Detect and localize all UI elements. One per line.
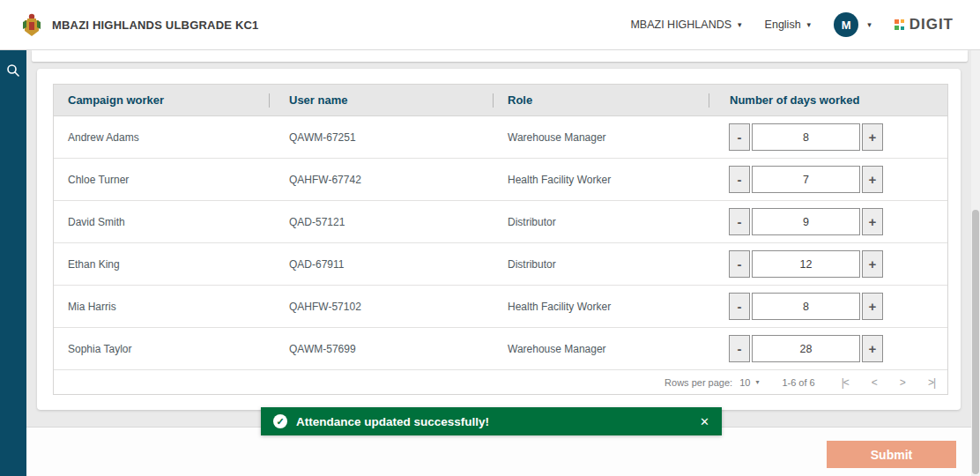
pagination-range: 1-6 of 6 [782, 377, 814, 388]
days-stepper: - + [729, 166, 883, 193]
column-header-days-worked: Number of days worked [709, 85, 947, 115]
increment-button[interactable]: + [862, 208, 883, 235]
decrement-button[interactable]: - [729, 208, 750, 235]
first-page-icon[interactable]: |< [842, 376, 849, 389]
worker-name: Ethan King [54, 243, 269, 285]
worker-username: QAHFW-57102 [269, 286, 493, 327]
worker-name: Chloe Turner [54, 159, 269, 200]
success-toast: ✓ Attendance updated successfully! ✕ [261, 407, 722, 435]
increment-button[interactable]: + [862, 250, 883, 278]
worker-name: Mia Harris [54, 286, 269, 327]
table-row: Ethan King QAD-67911 Distributor - + [54, 243, 947, 286]
toast-message: Attendance updated successfully! [296, 415, 489, 428]
worker-name: Andrew Adams [54, 116, 269, 158]
days-stepper: - + [729, 208, 883, 235]
worker-username: QAD-67911 [269, 243, 493, 285]
search-icon [6, 63, 20, 78]
column-header-campaign-worker: Campaign worker [54, 85, 269, 115]
increment-button[interactable]: + [862, 166, 883, 193]
days-input[interactable] [752, 123, 860, 151]
worker-role: Distributor [493, 201, 709, 242]
increment-button[interactable]: + [862, 123, 883, 151]
days-input[interactable] [752, 293, 860, 320]
chevron-down-icon: ▾ [738, 21, 742, 29]
days-stepper: - + [729, 293, 883, 320]
table-pagination: Rows per page: 10 ▾ 1-6 of 6 |< < > >| [54, 370, 947, 395]
table-row: Andrew Adams QAWM-67251 Warehouse Manage… [54, 116, 947, 159]
close-icon[interactable]: ✕ [700, 415, 709, 428]
days-stepper: - + [729, 123, 883, 151]
increment-button[interactable]: + [862, 293, 883, 320]
check-circle-icon: ✓ [273, 414, 287, 428]
days-input[interactable] [752, 335, 860, 362]
worker-name: Sophia Taylor [54, 328, 269, 369]
attendance-card: Campaign worker User name Role Number of… [37, 69, 961, 410]
language-dropdown[interactable]: English ▾ [765, 19, 812, 31]
worker-username: QAHFW-67742 [269, 159, 493, 200]
next-page-icon[interactable]: > [900, 376, 905, 389]
pagination-controls: |< < > >| [842, 376, 935, 389]
decrement-button[interactable]: - [729, 123, 750, 151]
table-header-row: Campaign worker User name Role Number of… [54, 85, 947, 116]
decrement-button[interactable]: - [729, 335, 750, 362]
avatar[interactable]: M [834, 12, 858, 37]
days-input[interactable] [752, 250, 860, 278]
chevron-down-icon: ▾ [755, 379, 759, 386]
user-menu[interactable]: M ▾ [834, 12, 872, 37]
chevron-down-icon: ▾ [807, 21, 812, 29]
sidebar-search-button[interactable] [0, 56, 26, 86]
decrement-button[interactable]: - [729, 166, 750, 193]
digit-logo: DIGIT [895, 16, 954, 33]
tenant-dropdown[interactable]: MBAZI HIGHLANDS ▾ [630, 19, 741, 31]
table-row: David Smith QAD-57121 Distributor - + [54, 201, 947, 243]
scrolled-panel-edge [32, 50, 968, 62]
worker-role: Distributor [493, 243, 709, 285]
worker-role: Health Facility Worker [493, 159, 709, 200]
decrement-button[interactable]: - [729, 250, 750, 278]
table-row: Sophia Taylor QAWM-57699 Warehouse Manag… [54, 328, 947, 370]
worker-role: Warehouse Manager [493, 116, 709, 158]
decrement-button[interactable]: - [729, 293, 750, 320]
days-stepper: - + [729, 250, 883, 278]
table-row: Chloe Turner QAHFW-67742 Health Facility… [54, 159, 947, 201]
page-scrollbar[interactable] [971, 50, 980, 476]
days-input[interactable] [752, 208, 860, 235]
digit-logo-text: DIGIT [909, 16, 954, 33]
worker-role: Health Facility Worker [493, 286, 709, 327]
chevron-down-icon: ▾ [867, 21, 872, 29]
worker-name: David Smith [54, 201, 269, 242]
attendance-table: Campaign worker User name Role Number of… [53, 84, 948, 395]
days-stepper: - + [729, 335, 883, 362]
column-header-role: Role [493, 85, 709, 115]
attendance-page: MBAZI HIGHLANDS ULBGRADE KC1 MBAZI HIGHL… [0, 0, 980, 476]
digit-logo-mark-icon [895, 19, 906, 31]
state-emblem-logo [22, 12, 41, 37]
page-title: MBAZI HIGHLANDS ULBGRADE KC1 [52, 19, 259, 32]
worker-username: QAWM-57699 [269, 328, 493, 369]
column-header-user-name: User name [269, 85, 493, 115]
tenant-dropdown-label: MBAZI HIGHLANDS [630, 19, 731, 31]
worker-username: QAWM-67251 [269, 116, 493, 158]
submit-button[interactable]: Submit [827, 441, 956, 468]
last-page-icon[interactable]: >| [928, 376, 935, 389]
worker-username: QAD-57121 [269, 201, 493, 242]
table-row: Mia Harris QAHFW-57102 Health Facility W… [54, 286, 947, 328]
rows-per-page-label: Rows per page: [664, 377, 732, 388]
worker-role: Warehouse Manager [493, 328, 709, 369]
top-bar-actions: MBAZI HIGHLANDS ▾ English ▾ M ▾ DIGIT [630, 0, 954, 49]
rows-per-page-value: 10 [739, 377, 750, 388]
top-bar: MBAZI HIGHLANDS ULBGRADE KC1 MBAZI HIGHL… [0, 0, 980, 50]
language-dropdown-label: English [765, 19, 801, 31]
rows-per-page-select[interactable]: 10 ▾ [739, 377, 759, 388]
increment-button[interactable]: + [862, 335, 883, 362]
previous-page-icon[interactable]: < [872, 376, 877, 389]
scrollbar-thumb[interactable] [972, 210, 979, 474]
sidebar [0, 50, 26, 476]
days-input[interactable] [752, 166, 860, 193]
